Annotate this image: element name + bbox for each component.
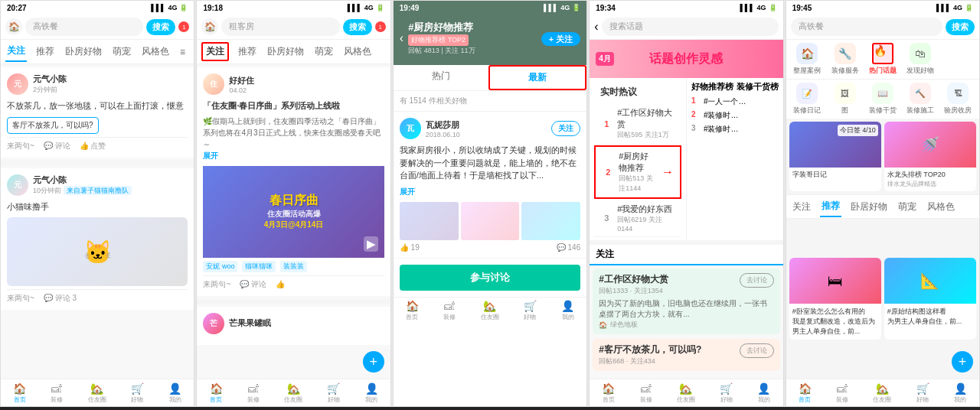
nav-home-3[interactable]: 🏠首页 <box>406 300 419 321</box>
live-icon-5: 🏡 <box>876 382 889 395</box>
tab-bedroom-2[interactable]: 卧房好物 <box>266 42 305 61</box>
like-btn-2[interactable]: 👍 <box>276 279 285 290</box>
past-btn-4-1[interactable]: 去讨论 <box>740 273 774 288</box>
comment-btn-2[interactable]: 💬 评论 <box>240 279 266 290</box>
tab-follow-2-highlighted[interactable]: 关注 <box>201 42 229 61</box>
expand-link-3[interactable]: 展开 <box>400 187 580 197</box>
grid-item-5-1[interactable]: 🏠 整屋案例 <box>789 43 825 76</box>
hot-rank-4-2: 2 <box>602 168 614 177</box>
good-rank-item-4-3[interactable]: 3 #装修时… <box>691 122 779 136</box>
tab-follow-1[interactable]: 关注 <box>5 41 27 62</box>
search-button-2[interactable]: 搜索 <box>343 19 372 35</box>
highlight-topic-1[interactable]: 客厅不放茶几，可以吗? <box>7 117 99 134</box>
nav-profile-3[interactable]: 👤我的 <box>561 300 574 321</box>
hot-item-4-2[interactable]: 2 #厨房好物推荐 回帖513 关注1144 → <box>594 145 681 199</box>
profile-icon-2: 👤 <box>365 382 378 395</box>
nav-decor-3[interactable]: 🛋装修 <box>443 300 456 321</box>
plus-button-2[interactable]: + <box>363 351 384 373</box>
search-input-2[interactable]: 租客房 <box>221 18 339 36</box>
nav-goods-2[interactable]: 🛒好物 <box>327 382 340 404</box>
nav-live-5[interactable]: 🏡住友圈 <box>873 382 891 404</box>
search-button-5[interactable]: 搜索 <box>946 19 975 35</box>
nav-live-1[interactable]: 🏡住友圈 <box>88 382 106 404</box>
search-input-1[interactable]: 高铁餐 <box>25 18 143 36</box>
tab-recommend-5[interactable]: 推荐 <box>820 197 841 217</box>
nav-profile-2[interactable]: 👤我的 <box>365 382 378 404</box>
sub-grid-item-5-4[interactable]: 🔨 装修施工 <box>902 83 938 116</box>
nav-home-2[interactable]: 🏠首页 <box>210 382 223 404</box>
tab-bedroom-5[interactable]: 卧居好物 <box>849 197 889 216</box>
nav-live-2[interactable]: 🏡住友圈 <box>284 382 302 404</box>
grid-item-5-4[interactable]: 🛍 发现好物 <box>902 43 938 76</box>
grid-item-5-3[interactable]: 🔥 热门话题 <box>864 43 900 76</box>
comment-input-1b[interactable]: 来两句~ <box>7 293 34 304</box>
tab-style-5[interactable]: 风格色 <box>926 197 956 216</box>
nav-goods-3[interactable]: 🛒好物 <box>524 300 537 321</box>
tab-bedroom-1[interactable]: 卧房好物 <box>64 42 103 61</box>
comment-input-1[interactable]: 来两句~ <box>7 141 34 151</box>
tab-follow-5[interactable]: 关注 <box>791 197 812 216</box>
hot-item-4-1[interactable]: 1 #工作区好物大赏 回帖595 关注1万 <box>594 103 681 145</box>
home-icon-4: 🏠 <box>602 382 615 395</box>
follow-btn-3[interactable]: 关注 <box>551 121 580 136</box>
tab-pet-5[interactable]: 萌宠 <box>897 197 918 216</box>
past-btn-4-2[interactable]: 去讨论 <box>740 343 774 358</box>
tab-pet-1[interactable]: 萌宠 <box>111 42 132 61</box>
comment-input-2[interactable]: 来两句~ <box>203 279 230 290</box>
phone-5: 19:45 ▌▌▌ 4G 🔋 高铁餐 搜索 → 🏠 整屋案例 🔧 装修服务 <box>786 0 980 407</box>
nav-decor-1[interactable]: 🛋装修 <box>51 382 63 404</box>
nav-live-4[interactable]: 🏡住友圈 <box>677 382 695 404</box>
nav-goods-5[interactable]: 🛒好物 <box>916 382 929 404</box>
participate-button-3[interactable]: 参与讨论 <box>400 265 580 291</box>
sub-grid-item-5-5[interactable]: 🏗 验房收房 <box>940 83 976 116</box>
topic-source-4-1: 🏠绿色地板 <box>599 320 773 330</box>
nav-goods-1[interactable]: 🛒好物 <box>131 382 144 404</box>
notification-badge-2[interactable]: 1 <box>375 21 386 32</box>
good-rank-item-4-1[interactable]: 1 #一人一个… <box>691 95 779 109</box>
sub-grid-label-5-5: 验房收房 <box>944 106 972 116</box>
nav-profile-1[interactable]: 👤我的 <box>168 382 181 404</box>
good-rank-item-4-2[interactable]: 2 #装修时… <box>691 109 779 122</box>
grid-item-5-2[interactable]: 🔧 装修服务 <box>827 43 863 76</box>
nav-home-1[interactable]: 🏠首页 <box>13 382 26 404</box>
like-btn-1[interactable]: 👍 点赞 <box>80 141 106 151</box>
comment-btn-1b[interactable]: 💬 评论 3 <box>44 293 77 304</box>
tab-menu-1[interactable]: ≡ <box>178 44 187 60</box>
tab-recommend-2[interactable]: 推荐 <box>237 42 258 61</box>
play-btn-2[interactable]: ▶ <box>364 236 378 252</box>
comment-btn-1[interactable]: 💬 评论 <box>44 141 70 151</box>
sub-grid-item-5-1[interactable]: 📝 装修日记 <box>789 83 825 116</box>
search-input-5[interactable]: 高铁餐 <box>791 18 942 36</box>
spring-date: 4月3日@4月14日 <box>264 220 324 230</box>
tab-latest-3[interactable]: 最新 <box>488 65 586 90</box>
search-button-1[interactable]: 搜索 <box>146 19 175 35</box>
nav-live-3[interactable]: 🏡住友圈 <box>481 300 499 321</box>
nav-profile-5[interactable]: 👤我的 <box>954 382 967 404</box>
post-actions-3: 👍 19 💬 146 <box>400 240 580 252</box>
back-icon-3[interactable]: ‹ <box>400 31 403 45</box>
plus-button-5[interactable]: + <box>952 351 973 373</box>
tab-recommend-1[interactable]: 推荐 <box>34 42 56 61</box>
like-count-3[interactable]: 👍 19 <box>400 243 420 252</box>
search-input-4[interactable]: 搜索话题 <box>602 18 779 36</box>
comment-count-3[interactable]: 💬 146 <box>557 243 580 252</box>
tab-hot-3[interactable]: 热门 <box>394 65 488 90</box>
nav-decor-5[interactable]: 🛋装修 <box>836 382 848 404</box>
nav-home-5[interactable]: 🏠首页 <box>799 382 812 404</box>
nav-decor-label-5: 装修 <box>836 395 848 404</box>
tab-style-2[interactable]: 风格色 <box>342 42 373 61</box>
nav-goods-4[interactable]: 🛒好物 <box>720 382 733 404</box>
nav-decor-4[interactable]: 🛋装修 <box>640 382 652 404</box>
nav-home-4[interactable]: 🏠首页 <box>602 382 615 404</box>
notification-badge-1[interactable]: 1 <box>178 21 189 32</box>
tab-pet-2[interactable]: 萌宠 <box>313 42 335 61</box>
hot-item-4-3[interactable]: 3 #我爱的好东西 回帖6219 关注0144 <box>594 200 681 237</box>
sub-grid-item-5-2[interactable]: 🖼 图 <box>827 83 863 116</box>
follow-button-3[interactable]: + 关注 <box>541 31 580 45</box>
nav-decor-2[interactable]: 🛋装修 <box>247 382 260 404</box>
grid-icon-5-1: 🏠 <box>796 43 818 64</box>
tab-style-1[interactable]: 风格色 <box>140 42 171 61</box>
nav-profile-4[interactable]: 👤我的 <box>757 382 770 404</box>
sub-grid-item-5-3[interactable]: 📖 装修干货 <box>864 83 900 116</box>
back-icon-4[interactable]: ‹ <box>594 20 598 34</box>
